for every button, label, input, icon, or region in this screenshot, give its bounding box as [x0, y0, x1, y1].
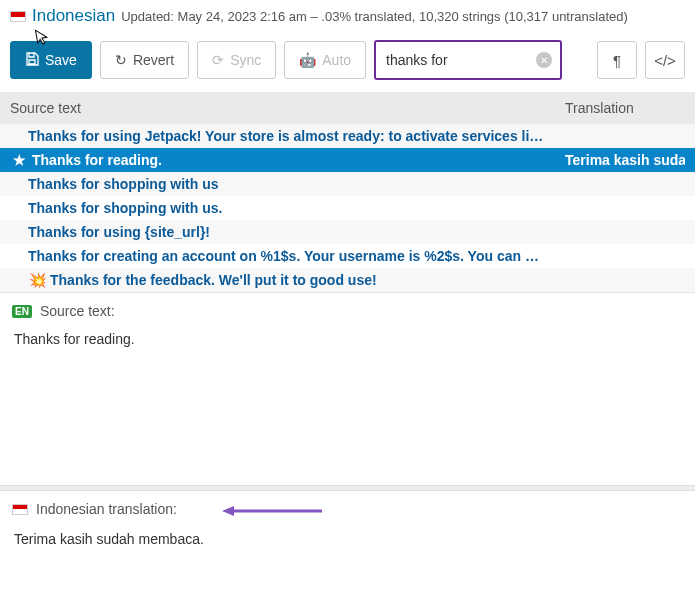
- flag-icon: [12, 504, 28, 515]
- en-badge: EN: [12, 305, 32, 318]
- pilcrow-button[interactable]: ¶: [597, 41, 637, 79]
- translation-label: Indonesian translation:: [36, 501, 177, 517]
- arrow-annotation-icon: [222, 503, 322, 522]
- table-row[interactable]: ★Thanks for reading.Terima kasih sudah m: [0, 148, 695, 172]
- table-row[interactable]: 💥Thanks for the feedback. We'll put it t…: [0, 268, 695, 292]
- auto-label: Auto: [322, 52, 351, 68]
- star-icon: ★: [10, 152, 28, 168]
- row-translation: Terima kasih sudah m: [565, 152, 685, 168]
- source-body: Thanks for reading.: [12, 325, 683, 475]
- row-text: Thanks for creating an account on %1$s. …: [28, 248, 565, 264]
- save-label: Save: [45, 52, 77, 68]
- table-row[interactable]: Thanks for using {site_url}!: [0, 220, 695, 244]
- table-row[interactable]: Thanks for shopping with us: [0, 172, 695, 196]
- search-field-wrap: ✕: [374, 40, 562, 80]
- row-text: Thanks for shopping with us: [28, 176, 565, 192]
- robot-icon: 🤖: [299, 52, 316, 68]
- table-row[interactable]: Thanks for using Jetpack! Your store is …: [0, 124, 695, 148]
- code-view-button[interactable]: </>: [645, 41, 685, 79]
- revert-label: Revert: [133, 52, 174, 68]
- row-text: Thanks for shopping with us.: [28, 200, 565, 216]
- translation-body[interactable]: Terima kasih sudah membaca.: [12, 517, 683, 551]
- header-meta: Updated: May 24, 2023 2:16 am – .03% tra…: [121, 9, 628, 24]
- row-text: Thanks for reading.: [32, 152, 565, 168]
- save-icon: [25, 52, 39, 69]
- sync-label: Sync: [230, 52, 261, 68]
- auto-button[interactable]: 🤖 Auto: [284, 41, 366, 79]
- col-translation: Translation: [565, 100, 685, 116]
- row-text: Thanks for using Jetpack! Your store is …: [28, 128, 565, 144]
- sync-icon: ⟳: [212, 52, 224, 68]
- flag-icon: [10, 11, 26, 22]
- toolbar: Save ↻ Revert ⟳ Sync 🤖 Auto ✕ ¶ </>: [0, 30, 695, 92]
- clear-search-icon[interactable]: ✕: [536, 52, 552, 68]
- col-source: Source text: [10, 100, 565, 116]
- table-row[interactable]: Thanks for creating an account on %1$s. …: [0, 244, 695, 268]
- revert-button[interactable]: ↻ Revert: [100, 41, 189, 79]
- search-input[interactable]: [386, 52, 530, 68]
- sync-button[interactable]: ⟳ Sync: [197, 41, 276, 79]
- source-panel: EN Source text: Thanks for reading.: [0, 292, 695, 485]
- translation-panel: Indonesian translation: Terima kasih sud…: [0, 491, 695, 561]
- language-link[interactable]: Indonesian: [32, 6, 115, 26]
- table-row[interactable]: Thanks for shopping with us.: [0, 196, 695, 220]
- burst-icon: 💥: [28, 272, 46, 288]
- column-header: Source text Translation: [0, 92, 695, 124]
- row-text: Thanks for the feedback. We'll put it to…: [50, 272, 565, 288]
- row-text: Thanks for using {site_url}!: [28, 224, 565, 240]
- revert-icon: ↻: [115, 52, 127, 68]
- svg-marker-1: [222, 506, 234, 516]
- source-label: Source text:: [40, 303, 115, 319]
